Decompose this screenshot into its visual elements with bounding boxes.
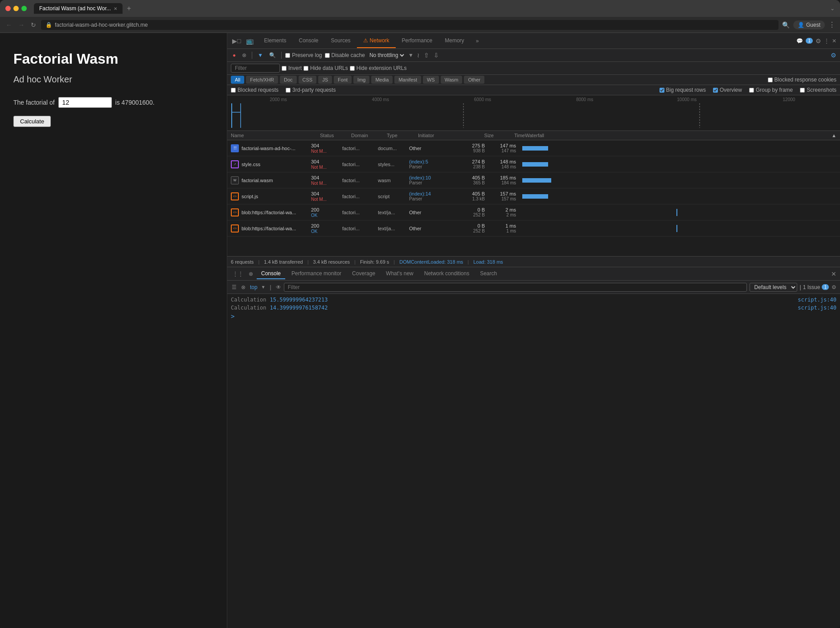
filter-icon[interactable]: ▼ xyxy=(256,51,265,59)
tab-memory[interactable]: Memory xyxy=(438,34,470,48)
header-type[interactable]: Type xyxy=(387,133,418,138)
third-party-requests-checkbox[interactable]: 3rd-party requests xyxy=(286,87,336,93)
throttle-select[interactable]: No throttling Fast 3G Slow 3G Offline xyxy=(368,52,406,59)
tab-console[interactable]: Console xyxy=(293,34,325,48)
tab-close-button[interactable]: ✕ xyxy=(114,6,117,11)
filter-chip-doc[interactable]: Doc xyxy=(280,76,297,84)
console-block-icon[interactable]: ⊗ xyxy=(247,271,255,277)
table-row[interactable]: <> blob:https://factorial-wa... 200 OK f… xyxy=(227,220,840,237)
calculate-button[interactable]: Calculate xyxy=(13,116,51,127)
table-row[interactable]: <> script.js 304 Not M... factori... scr… xyxy=(227,188,840,204)
filter-chip-font[interactable]: Font xyxy=(334,76,352,84)
console-prompt-icon[interactable]: > xyxy=(231,313,234,320)
chat-icon[interactable]: 💬 xyxy=(796,38,803,44)
filter-chip-ws[interactable]: WS xyxy=(423,76,439,84)
back-button[interactable]: ← xyxy=(4,20,13,30)
console-tab-whatsnew[interactable]: What's new xyxy=(381,269,418,279)
header-time[interactable]: Time xyxy=(494,133,525,138)
minimize-button[interactable] xyxy=(13,6,19,11)
console-tab-network-conditions[interactable]: Network conditions xyxy=(420,269,474,279)
more-tools-button[interactable]: » xyxy=(473,37,482,45)
clear-button[interactable]: ⊗ xyxy=(240,51,248,59)
header-status[interactable]: Status xyxy=(320,133,351,138)
filter-chip-manifest[interactable]: Manifest xyxy=(394,76,421,84)
row-waterfall-1 xyxy=(516,142,836,155)
screenshots-checkbox[interactable]: Screenshots xyxy=(800,87,836,93)
filter-chip-css[interactable]: CSS xyxy=(299,76,317,84)
zoom-icon[interactable]: 🔍 xyxy=(782,21,790,29)
new-tab-button[interactable]: + xyxy=(124,4,134,13)
settings-icon[interactable]: ⚙ xyxy=(815,37,821,45)
filter-chip-all[interactable]: All xyxy=(231,76,244,84)
filter-chip-js[interactable]: JS xyxy=(318,76,332,84)
console-level-select[interactable]: Default levels Verbose Info Warnings Err… xyxy=(750,283,797,292)
download-icon[interactable]: ⇩ xyxy=(433,51,440,60)
blocked-requests-checkbox[interactable]: Blocked requests xyxy=(231,87,279,93)
disable-cache-checkbox[interactable]: Disable cache xyxy=(325,52,365,58)
close-button[interactable] xyxy=(5,6,11,11)
table-row[interactable]: W factorial.wasm 304 Not M... factori...… xyxy=(227,172,840,188)
console-close-button[interactable]: ✕ xyxy=(831,270,836,277)
hide-data-urls-checkbox[interactable]: Hide data URLs xyxy=(303,65,348,71)
tl-label-4000: 4000 ms xyxy=(329,97,431,102)
console-clear-icon[interactable]: ⊗ xyxy=(240,283,246,291)
filter-chip-other[interactable]: Other xyxy=(464,76,484,84)
filter-chip-wasm[interactable]: Wasm xyxy=(441,76,463,84)
close-devtools-icon[interactable]: ✕ xyxy=(832,38,836,44)
device-toolbar-icon[interactable]: 📺 xyxy=(245,36,255,46)
filter-chip-fetch[interactable]: Fetch/XHR xyxy=(246,76,278,84)
upload-icon[interactable]: ⇧ xyxy=(423,51,430,60)
more-options-icon[interactable]: ⋮ xyxy=(824,38,829,44)
filter-chip-img[interactable]: Img xyxy=(353,76,369,84)
tab-sources[interactable]: Sources xyxy=(325,34,357,48)
menu-icon[interactable]: ⋮ xyxy=(828,20,836,29)
search-icon[interactable]: 🔍 xyxy=(267,51,278,59)
invert-checkbox[interactable]: Invert xyxy=(282,65,302,71)
big-request-rows-checkbox[interactable]: Big request rows xyxy=(660,87,706,93)
console-tab-coverage[interactable]: Coverage xyxy=(348,269,380,279)
table-row[interactable]: ☷ factorial-wasm-ad-hoc-... 304 Not M...… xyxy=(227,140,840,156)
active-tab[interactable]: Factorial Wasm (ad hoc Wor... ✕ xyxy=(34,3,123,14)
filter-input[interactable] xyxy=(231,64,280,73)
console-settings-icon[interactable]: ⚙ xyxy=(832,284,836,290)
console-sidebar-icon[interactable]: ☰ xyxy=(231,283,238,291)
tab-network[interactable]: ⚠ Network xyxy=(357,34,396,48)
record-button[interactable]: ● xyxy=(231,51,238,59)
maximize-button[interactable] xyxy=(21,6,27,11)
context-chevron-icon[interactable]: ▼ xyxy=(261,285,266,290)
tab-performance[interactable]: Performance xyxy=(396,34,439,48)
hide-extension-urls-checkbox[interactable]: Hide extension URLs xyxy=(350,65,407,71)
header-waterfall[interactable]: Waterfall ▲ xyxy=(525,133,836,138)
header-initiator[interactable]: Initiator xyxy=(418,133,463,138)
header-name[interactable]: Name xyxy=(231,133,320,138)
console-tab-perf[interactable]: Performance monitor xyxy=(287,269,346,279)
console-tab-console[interactable]: Console xyxy=(257,269,285,279)
console-menu-icon[interactable]: ⋮⋮ xyxy=(231,271,245,277)
header-size[interactable]: Size xyxy=(463,133,494,138)
address-bar[interactable]: 🔒 factorial-wasm-ad-hoc-worker.glitch.me xyxy=(41,20,779,30)
console-filter-input[interactable] xyxy=(284,283,747,292)
guest-button[interactable]: 👤 Guest xyxy=(793,20,825,29)
eye-icon[interactable]: 👁 xyxy=(276,284,281,290)
console-link-1[interactable]: script.js:40 xyxy=(798,297,836,303)
tab-elements[interactable]: Elements xyxy=(258,34,292,48)
console-link-2[interactable]: script.js:40 xyxy=(798,305,836,311)
filter-chip-media[interactable]: Media xyxy=(371,76,393,84)
options-bar: Blocked requests 3rd-party requests Big … xyxy=(227,85,840,95)
overview-checkbox[interactable]: Overview xyxy=(713,87,742,93)
reload-button[interactable]: ↻ xyxy=(29,20,37,30)
console-tab-search[interactable]: Search xyxy=(475,269,501,279)
blocked-response-cookies-checkbox[interactable]: Blocked response cookies xyxy=(768,77,836,83)
inspect-element-icon[interactable]: ▶□ xyxy=(231,36,242,46)
row-name-2: ↗ style.css xyxy=(231,160,311,168)
network-settings-icon[interactable]: ⚙ xyxy=(831,52,836,59)
forward-button[interactable]: → xyxy=(17,20,26,30)
factorial-input[interactable] xyxy=(58,97,112,108)
group-by-frame-checkbox[interactable]: Group by frame xyxy=(749,87,793,93)
throttle-chevron-icon[interactable]: ▼ xyxy=(408,52,414,58)
table-row[interactable]: ↗ style.css 304 Not M... factori... styl… xyxy=(227,156,840,172)
table-row[interactable]: <> blob:https://factorial-wa... 200 OK f… xyxy=(227,204,840,220)
wifi-icon[interactable]: ≀ xyxy=(416,51,420,60)
header-domain[interactable]: Domain xyxy=(351,133,387,138)
preserve-log-checkbox[interactable]: Preserve log xyxy=(285,52,322,58)
